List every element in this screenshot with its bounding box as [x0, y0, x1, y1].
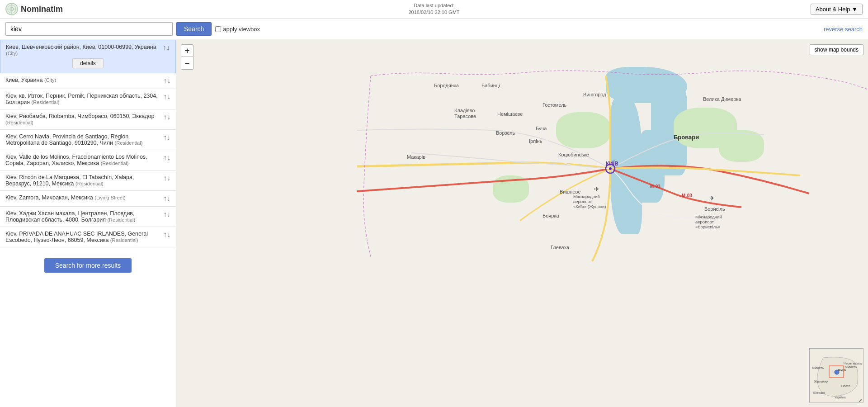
data-updated: Data last updated: 2018/02/10 22:10 GMT — [408, 2, 459, 16]
result-name: Киев, Украина (City) — [5, 77, 160, 83]
pin-icon[interactable]: ↑↓ — [163, 77, 170, 85]
svg-text:✈: ✈ — [709, 194, 715, 202]
search-bar: Search apply viewbox reverse search — [0, 19, 868, 40]
result-type: (Residential) — [75, 181, 104, 186]
svg-text:Бородянка: Бородянка — [434, 83, 459, 88]
svg-text:Боярка: Боярка — [542, 213, 559, 218]
zoom-out-button[interactable]: − — [181, 57, 193, 70]
result-item[interactable]: Kiev, кв. Изток, Перник, Pernik, Перникс… — [0, 89, 176, 109]
svg-text:Ворзель: Ворзель — [496, 130, 515, 136]
svg-text:Глеваха: Глеваха — [551, 245, 570, 250]
pin-icon[interactable]: ↑↓ — [163, 113, 170, 121]
svg-text:Буча: Буча — [536, 126, 547, 131]
result-type: (Residential) — [115, 140, 143, 146]
result-type: (Residential) — [32, 99, 60, 105]
svg-text:М-03: М-03 — [682, 193, 692, 198]
pin-icon[interactable]: ↑↓ — [163, 133, 170, 142]
svg-text:Гостомель: Гостомель — [542, 102, 567, 108]
svg-text:Київ: Київ — [838, 368, 846, 372]
svg-text:Бровари: Бровари — [674, 134, 699, 141]
result-name: Kiev, Хаджи Хасан махала, Централен, Пло… — [5, 210, 160, 223]
map-svg: ✈ ✈ Бородянка Бабинці Вишгород Велика Ди… — [176, 40, 868, 407]
show-map-bounds-button[interactable]: show map bounds — [810, 44, 863, 55]
svg-text:Тарасове: Тарасове — [454, 114, 476, 119]
result-type: (Residential) — [107, 217, 135, 222]
svg-text:Міжнародний: Міжнародний — [573, 194, 600, 199]
zoom-in-button[interactable]: + — [181, 44, 193, 57]
search-more-button[interactable]: Search for more results — [44, 258, 132, 273]
svg-text:Велика Димерка: Велика Димерка — [703, 96, 741, 102]
svg-text:Бабинці: Бабинці — [481, 83, 500, 88]
result-name: Kiev, кв. Изток, Перник, Pernik, Перникс… — [5, 93, 160, 105]
result-type: (Residential) — [5, 120, 33, 125]
viewbox-label[interactable]: apply viewbox — [215, 26, 260, 33]
svg-text:Житомир: Житомир — [814, 380, 828, 383]
search-button[interactable]: Search — [176, 22, 212, 36]
pin-icon[interactable]: ↑↓ — [163, 174, 170, 182]
svg-text:Немішаєве: Немішаєве — [497, 111, 523, 117]
result-name: Kiev, Zamora, Мичоакан, Мексика (Living … — [5, 194, 160, 201]
map-area: ✈ ✈ Бородянка Бабинці Вишгород Велика Ди… — [176, 40, 868, 407]
svg-text:⤢: ⤢ — [859, 398, 862, 402]
logo-icon — [5, 3, 18, 15]
result-name: Киев, Шевченковский район, Киев, 01000-0… — [6, 44, 160, 57]
reverse-search-link[interactable]: reverse search — [824, 26, 863, 33]
result-name: Kiev, Rincón de La Marquesa, El Tabachín… — [5, 174, 160, 187]
pin-icon[interactable]: ↑↓ — [163, 231, 170, 239]
result-type: (Residential) — [101, 161, 129, 166]
svg-text:Вишгород: Вишгород — [583, 92, 606, 97]
results-list: Киев, Шевченковский район, Киев, 01000-0… — [0, 40, 176, 247]
svg-text:Чернігівська: Чернігівська — [844, 362, 862, 365]
svg-text:КИЇВ: КИЇВ — [606, 160, 618, 167]
svg-text:✈: ✈ — [594, 185, 599, 193]
pin-icon[interactable]: ↑↓ — [163, 194, 170, 203]
result-item[interactable]: Kiev, Cerro Navia, Provincia de Santiago… — [0, 130, 176, 150]
svg-text:Макарів: Макарів — [407, 154, 425, 160]
result-item[interactable]: Киев, Шевченковский район, Киев, 01000-0… — [0, 40, 176, 73]
result-name: Kiev, Cerro Navia, Provincia de Santiago… — [5, 133, 160, 146]
map-controls: + − — [181, 44, 193, 70]
details-button[interactable]: details — [72, 58, 104, 68]
header: Nominatim Data last updated: 2018/02/10 … — [0, 0, 868, 19]
pin-icon[interactable]: ↑↓ — [163, 210, 170, 218]
pin-icon[interactable]: ↑↓ — [163, 93, 170, 101]
logo-text: Nominatim — [21, 5, 63, 14]
svg-text:Ірпінь: Ірпінь — [529, 138, 542, 144]
logo-area: Nominatim — [5, 3, 63, 15]
result-item[interactable]: Kiev, Rincón de La Marquesa, El Tabachín… — [0, 170, 176, 191]
svg-text:Кладієво-: Кладієво- — [454, 108, 476, 113]
svg-text:М-03: М-03 — [650, 184, 660, 189]
svg-text:Коцюбинське: Коцюбинське — [558, 152, 589, 157]
svg-text:Міжнародний: Міжнародний — [695, 214, 722, 219]
result-item[interactable]: Kiev, Хаджи Хасан махала, Централен, Пло… — [0, 207, 176, 227]
result-name: Kiev, Valle de los Molinos, Fraccionamie… — [5, 154, 160, 166]
main: Киев, Шевченковский район, Киев, 01000-0… — [0, 40, 868, 407]
viewbox-checkbox[interactable] — [215, 26, 221, 32]
result-item[interactable]: Kiev, Zamora, Мичоакан, Мексика (Living … — [0, 191, 176, 207]
svg-text:Україна: Україна — [835, 396, 846, 399]
result-name: Kiev, Риобамба, Riobamba, Чимборасо, 060… — [5, 113, 160, 126]
svg-text:Борисіль: Борисіль — [704, 206, 725, 212]
sidebar: Киев, Шевченковский район, Киев, 01000-0… — [0, 40, 176, 407]
result-item[interactable]: Kiev, Valle de los Molinos, Fraccionamie… — [0, 150, 176, 170]
search-input[interactable] — [5, 22, 173, 36]
pin-icon[interactable]: ↑↓ — [163, 154, 170, 162]
pin-icon[interactable]: ↑↓ — [163, 44, 170, 52]
result-item[interactable]: Киев, Украина (City)↑↓ — [0, 73, 176, 89]
svg-text:Вінниця: Вінниця — [813, 391, 825, 395]
result-item[interactable]: Kiev, PRIVADA DE ANAHUAC SEC IRLANDES, G… — [0, 227, 176, 247]
svg-point-6 — [609, 167, 612, 170]
svg-text:область: область — [845, 365, 857, 369]
result-type: (City) — [44, 77, 56, 83]
svg-text:Полта: Полта — [841, 384, 850, 388]
about-help-button[interactable]: About & Help ▼ — [811, 4, 863, 15]
result-type: (Living Street) — [94, 195, 125, 200]
mini-map-svg: область Чернігівська область Житомир Він… — [810, 349, 863, 402]
svg-text:аеропорт: аеропорт — [695, 219, 714, 224]
mini-map: область Чернігівська область Житомир Він… — [809, 348, 863, 402]
svg-text:область: область — [812, 366, 824, 369]
result-item[interactable]: Kiev, Риобамба, Riobamba, Чимборасо, 060… — [0, 109, 176, 130]
svg-text:«Київ» (Жуляни): «Київ» (Жуляни) — [573, 204, 606, 209]
result-type: (Residential) — [110, 237, 138, 243]
svg-text:«Бориспіль»: «Бориспіль» — [695, 224, 720, 229]
